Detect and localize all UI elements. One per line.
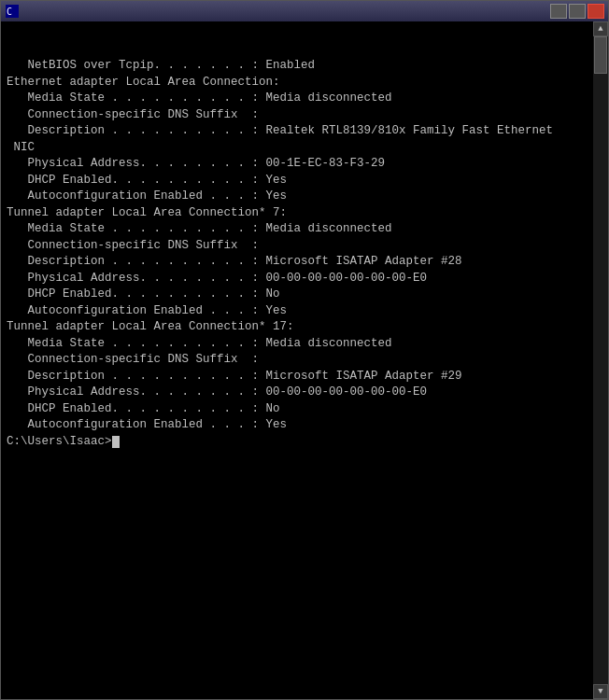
cmd-line: Tunnel adapter Local Area Connection* 17… [7, 319, 588, 336]
cmd-line: DHCP Enabled. . . . . . . . . . : No [7, 287, 588, 303]
cmd-line: NetBIOS over Tcpip. . . . . . . : Enable… [7, 58, 588, 75]
cmd-line: DHCP Enabled. . . . . . . . . . : Yes [7, 173, 588, 189]
cmd-line: Media State . . . . . . . . . . : Media … [7, 336, 588, 353]
close-button[interactable] [588, 4, 604, 19]
cmd-line: Autoconfiguration Enabled . . . : Yes [7, 189, 588, 205]
cmd-line: Description . . . . . . . . . . : Micros… [7, 369, 588, 385]
cmd-window: C NetBIOS over Tcpip. . . . . . . : Enab… [0, 0, 609, 700]
cmd-cursor [112, 436, 120, 448]
cmd-line: Autoconfiguration Enabled . . . : Yes [7, 303, 588, 320]
cmd-line: Media State . . . . . . . . . . : Media … [7, 91, 588, 107]
cmd-output[interactable]: NetBIOS over Tcpip. . . . . . . : Enable… [1, 21, 593, 699]
title-bar: C [1, 1, 608, 21]
svg-text:C: C [7, 7, 12, 17]
minimize-button[interactable] [550, 4, 567, 19]
cmd-line: DHCP Enabled. . . . . . . . . . : No [7, 401, 588, 418]
cmd-line: Tunnel adapter Local Area Connection* 7: [7, 205, 588, 222]
cmd-line: Physical Address. . . . . . . . : 00-00-… [7, 385, 588, 401]
cmd-line: Physical Address. . . . . . . . : 00-1E-… [7, 156, 588, 173]
scroll-down-button[interactable]: ▼ [593, 684, 608, 699]
window-controls [550, 4, 604, 19]
cmd-line: NIC [7, 140, 588, 157]
maximize-button[interactable] [569, 4, 586, 19]
cmd-line: Connection-specific DNS Suffix : [7, 238, 588, 255]
scroll-thumb[interactable] [594, 36, 607, 74]
scroll-track [594, 36, 607, 684]
cmd-line: Physical Address. . . . . . . . : 00-00-… [7, 271, 588, 287]
cmd-line: Description . . . . . . . . . . : Micros… [7, 254, 588, 271]
cmd-icon: C [5, 4, 20, 19]
cmd-line: C:\Users\Isaac> [7, 434, 588, 451]
scroll-up-button[interactable]: ▲ [593, 21, 608, 36]
cmd-line: Description . . . . . . . . . . : Realte… [7, 123, 588, 140]
cmd-line: Connection-specific DNS Suffix : [7, 352, 588, 369]
cmd-body: NetBIOS over Tcpip. . . . . . . : Enable… [1, 21, 608, 699]
cmd-line: Media State . . . . . . . . . . : Media … [7, 221, 588, 238]
cmd-line: Ethernet adapter Local Area Connection: [7, 75, 588, 91]
cmd-line: Autoconfiguration Enabled . . . : Yes [7, 417, 588, 434]
scrollbar: ▲ ▼ [593, 21, 608, 699]
cmd-line: Connection-specific DNS Suffix : [7, 107, 588, 124]
